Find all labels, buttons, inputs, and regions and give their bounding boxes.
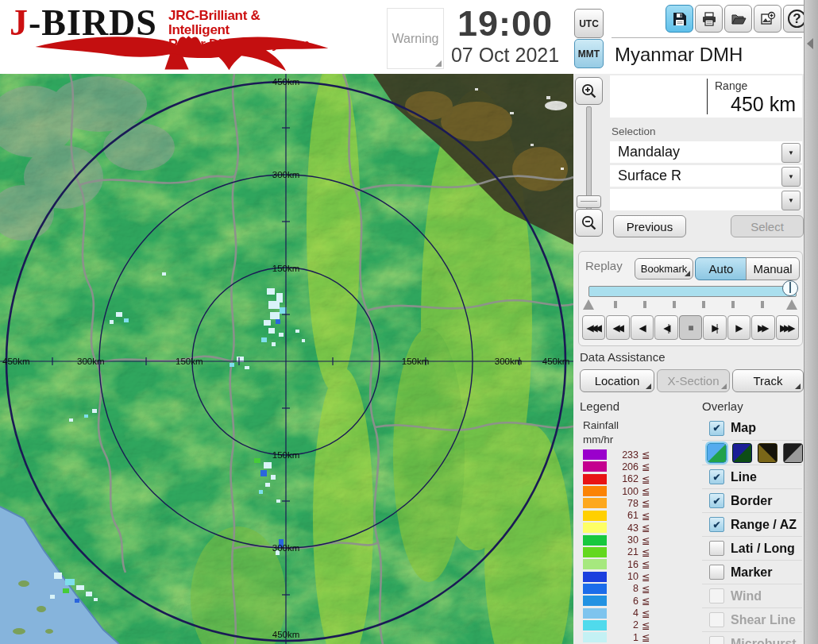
legend-color: [583, 498, 607, 508]
legend-color: [583, 461, 607, 472]
track-button[interactable]: Track: [732, 369, 804, 392]
legend-row: 10≦: [578, 572, 681, 582]
xsection-button[interactable]: X-Section: [657, 369, 730, 392]
collapse-arrow-icon[interactable]: [807, 38, 813, 49]
map-style-swatch-3[interactable]: [758, 443, 777, 463]
ring-label-150-bottom: 150km: [272, 450, 300, 460]
station-title: Myanmar DMH: [615, 44, 743, 66]
open-file-button[interactable]: [724, 5, 752, 33]
legend-row: 30≦: [578, 535, 681, 546]
jump-start-button[interactable]: ◀◀◀: [582, 315, 605, 340]
product-dropdown-value: Surface R: [618, 168, 681, 184]
overlay-item-line[interactable]: ✔ Line: [702, 465, 802, 489]
radar-map[interactable]: 450km 300km 150km 150km 300km 450km 450k…: [0, 74, 573, 644]
warning-button[interactable]: Warning: [387, 8, 444, 69]
ring-label-300-left: 300km: [77, 357, 105, 366]
zoom-slider-track[interactable]: [586, 106, 592, 210]
legend-color: [583, 547, 607, 557]
capture-image-button[interactable]: [754, 5, 781, 33]
auto-button[interactable]: Auto: [695, 257, 747, 280]
overlay-item-border[interactable]: ✔ Border: [702, 489, 802, 513]
legend-color: [583, 608, 607, 619]
play-button[interactable]: ▶: [727, 315, 750, 340]
previous-button[interactable]: Previous: [613, 215, 686, 237]
legend-row: 6≦: [578, 596, 681, 606]
ring-label-450-bottom: 450km: [272, 630, 300, 639]
legend-row: 43≦: [578, 523, 681, 533]
station-dropdown-value: Mandalay: [618, 144, 680, 160]
overlay-item-microburst: Microburst: [702, 632, 802, 644]
option-dropdown-button[interactable]: ▼: [781, 191, 801, 210]
folder-open-icon: [731, 11, 747, 27]
timeline-end-marker[interactable]: [786, 299, 797, 310]
checkbox-checked-icon[interactable]: ✔: [709, 469, 724, 484]
legend-color: [583, 572, 607, 582]
legend-color: [583, 632, 607, 642]
overlay-item-map[interactable]: ✔ Map: [702, 416, 802, 441]
timeline-tick: [731, 301, 735, 308]
panel-divider: [612, 37, 802, 38]
time-value: 19:00: [442, 5, 569, 42]
play-backward-button[interactable]: ◀: [631, 315, 654, 340]
step-forward-button[interactable]: ▶|: [703, 315, 726, 340]
zoom-out-button[interactable]: [575, 209, 603, 237]
overlay-item-marker[interactable]: Marker: [702, 561, 802, 584]
utc-button[interactable]: UTC: [574, 9, 604, 38]
select-button[interactable]: Select: [731, 215, 804, 237]
map-style-swatch-4[interactable]: [783, 443, 803, 463]
checkbox-checked-icon[interactable]: ✔: [709, 493, 724, 508]
overlay-section-label: Overlay: [702, 399, 743, 413]
overlay-item-range-az[interactable]: ✔ Range / AZ: [702, 513, 802, 537]
map-style-swatch-2[interactable]: [732, 443, 752, 463]
rainfall-legend: Rainfall mm/hr 233≦ 206≦ 162≦ 100≦ 78≦ 6…: [578, 418, 681, 644]
legend-row: 78≦: [578, 498, 681, 508]
legend-row: 4≦: [578, 608, 681, 619]
legend-row: 21≦: [578, 547, 681, 557]
checkbox-unchecked-icon[interactable]: [709, 565, 724, 580]
overlay-item-lati-long[interactable]: Lati / Long: [702, 537, 802, 561]
eagle-logo-icon: [11, 32, 353, 71]
timeline-start-marker[interactable]: [583, 299, 594, 310]
location-button[interactable]: Location: [580, 369, 654, 392]
panel-splitter[interactable]: [804, 0, 818, 644]
product-dropdown[interactable]: Surface R ▼: [610, 165, 802, 187]
jump-end-button[interactable]: ▶▶▶: [776, 315, 799, 340]
legend-row: 233≦: [578, 449, 681, 460]
zoom-in-button[interactable]: [575, 77, 603, 105]
legend-color: [583, 449, 607, 460]
bookmark-button[interactable]: Bookmark: [635, 258, 693, 280]
legend-color: [583, 620, 607, 631]
mmt-button[interactable]: MMT: [574, 39, 604, 68]
option-dropdown[interactable]: ▼: [610, 189, 802, 210]
jbirds-window: J-BIRDS JRC-Brilliant & Intelligent Rada…: [0, 0, 818, 644]
overlay-item-wind: Wind: [702, 584, 802, 608]
fast-rewind-button[interactable]: ◀◀: [606, 315, 629, 340]
map-style-row: [702, 441, 802, 465]
fast-forward-button[interactable]: ▶▶: [751, 315, 774, 340]
timeline-slider[interactable]: [588, 286, 797, 297]
save-button[interactable]: [666, 5, 693, 33]
product-dropdown-button[interactable]: ▼: [781, 167, 801, 187]
image-capture-icon: [760, 11, 776, 27]
zoom-slider-handle[interactable]: [577, 195, 601, 208]
legend-row: 1≦: [578, 632, 681, 642]
range-display: Range 450 km: [610, 75, 802, 118]
checkbox-checked-icon[interactable]: ✔: [709, 421, 724, 436]
overlay-item-shear-line: Shear Line: [702, 608, 802, 632]
checkbox-checked-icon[interactable]: ✔: [709, 517, 724, 532]
manual-button[interactable]: Manual: [746, 257, 800, 280]
replay-panel: Replay Bookmark Auto Manual ◀◀◀ ◀◀ ◀ ◀| …: [578, 251, 803, 346]
step-backward-button[interactable]: ◀|: [654, 315, 677, 340]
station-dropdown-button[interactable]: ▼: [781, 143, 801, 163]
timeline-slider-handle[interactable]: [782, 280, 798, 296]
stop-button[interactable]: ■: [679, 315, 702, 340]
print-button[interactable]: [695, 5, 723, 33]
legend-row: 2≦: [578, 620, 681, 631]
map-style-swatch-1[interactable]: [707, 443, 727, 463]
chevron-down-icon: ▼: [788, 173, 794, 180]
print-icon: [701, 11, 717, 27]
range-value: 450 km: [731, 93, 796, 116]
station-dropdown[interactable]: Mandalay ▼: [610, 141, 802, 163]
date-value: 07 Oct 2021: [442, 44, 569, 67]
checkbox-unchecked-icon[interactable]: [709, 541, 724, 556]
